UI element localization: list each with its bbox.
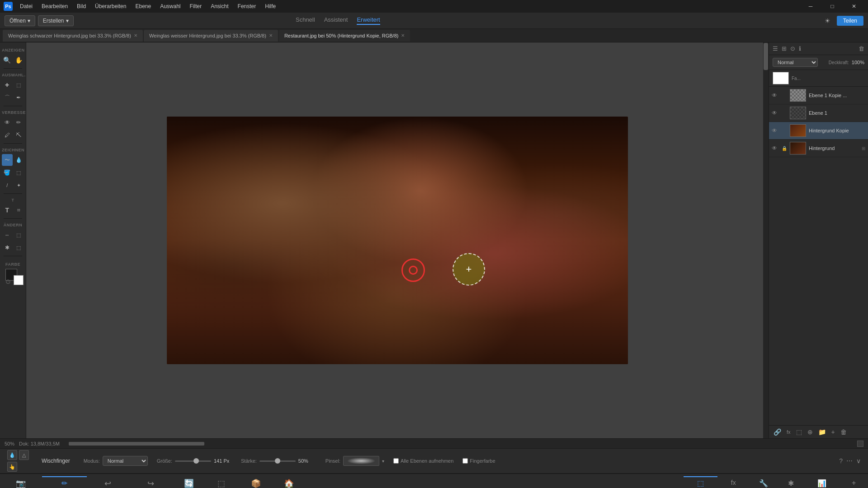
tab-weinglas-white[interactable]: Weinglas weisser Hintergrund.jpg bei 33.…	[144, 30, 278, 42]
layer-item-hintergrund[interactable]: 👁 🔒 Hintergrund ⊞	[769, 140, 868, 157]
history-icon[interactable]: ⊙	[789, 44, 796, 53]
nav-assistent[interactable]: Assistent	[324, 16, 348, 25]
tab-close-icon[interactable]: ✕	[269, 33, 273, 38]
menu-item-fenster[interactable]: Fenster	[234, 2, 260, 11]
eraser-tool[interactable]: 💧	[14, 154, 24, 166]
strength-slider[interactable]	[259, 460, 296, 462]
tab-restaurant[interactable]: Restaurant.jpg bei 50% (Hintergrund Kopi…	[279, 30, 410, 42]
bottom-nav-stile[interactable]: ✱ Stile	[778, 476, 804, 488]
bottom-nav-grafiken[interactable]: 📊 Grafiken	[804, 476, 840, 488]
menu-item-hilfe[interactable]: Hilfe	[261, 2, 279, 11]
tab-close-icon[interactable]: ✕	[401, 33, 405, 38]
layer-new-button[interactable]: +	[830, 427, 837, 436]
menu-item-bild[interactable]: Bild	[73, 2, 90, 11]
pinsel-chevron-icon[interactable]: ▾	[382, 459, 384, 464]
create-button[interactable]: Erstellen ▾	[38, 15, 74, 26]
line-tool[interactable]: /	[2, 179, 13, 191]
menu-item-ueberarbeiten[interactable]: Überarbeiten	[91, 2, 130, 11]
fill-tool[interactable]: 🪣	[2, 167, 13, 178]
background-color[interactable]	[14, 275, 24, 285]
tab-close-icon[interactable]: ✕	[134, 33, 137, 38]
reset-colors-icon[interactable]: ⊙	[5, 278, 11, 285]
menu-item-bearbeiten[interactable]: Bearbeiten	[38, 2, 71, 11]
pinsel-preview[interactable]	[343, 456, 379, 466]
size-slider[interactable]	[175, 460, 211, 462]
menu-item-filter[interactable]: Filter	[186, 2, 206, 11]
trash-top-icon[interactable]: 🗑	[858, 44, 865, 53]
bottom-nav-filter[interactable]: 🔧 Filter	[750, 476, 778, 488]
menu-item-ansicht[interactable]: Ansicht	[207, 2, 232, 11]
canvas-area[interactable]: +	[26, 42, 769, 438]
layer-delete-button[interactable]: 🗑	[839, 427, 849, 436]
info-icon[interactable]: ℹ	[798, 44, 802, 53]
nav-erweitert[interactable]: Erweitert	[357, 16, 380, 25]
bottom-nav-layout[interactable]: ⬚ Layout	[205, 476, 237, 488]
pencil-tool[interactable]: 〜	[2, 154, 13, 166]
vertical-scrollbar[interactable]	[763, 42, 769, 438]
bottom-nav-effekte[interactable]: fx Effekte	[717, 476, 750, 488]
eyedropper-tool[interactable]: ⌗	[14, 204, 24, 216]
help-button[interactable]: ?	[839, 457, 843, 465]
maximize-button[interactable]: □	[822, 0, 843, 13]
hand-tool[interactable]: ✋	[14, 54, 24, 66]
crop-tool[interactable]: ⬚	[14, 229, 24, 241]
layer-folder-button[interactable]: 📁	[816, 427, 828, 436]
layers-icon[interactable]: ☰	[772, 44, 779, 53]
more-options-button[interactable]: ⋯	[846, 457, 853, 465]
eye-tool[interactable]: 👁	[2, 117, 13, 128]
minimize-button[interactable]: ─	[800, 0, 821, 13]
transform-tool[interactable]: ↔	[2, 229, 13, 241]
type-tool[interactable]: T	[2, 204, 13, 216]
shape-tool[interactable]: ⬚	[14, 167, 24, 178]
bottom-nav-wz-optionen[interactable]: ✏ WZ-Optionen	[42, 476, 87, 488]
layer-visibility-icon[interactable]: 👁	[772, 127, 779, 134]
channels-icon[interactable]: ⊞	[781, 44, 788, 53]
finger-mode-btn1[interactable]: 💧	[7, 450, 17, 460]
bottom-nav-fotobereich[interactable]: 📷 Fotobereich	[0, 476, 42, 488]
modus-select[interactable]: Normal	[103, 456, 148, 466]
collapse-button[interactable]: ∨	[856, 457, 861, 465]
bottom-nav-ebenen[interactable]: ⬚ Ebenen	[684, 476, 717, 488]
blur-tool[interactable]: ✱	[2, 242, 13, 253]
close-button[interactable]: ✕	[844, 0, 864, 13]
open-button[interactable]: Öffnen ▾	[5, 15, 35, 26]
horizontal-scrollbar[interactable]	[69, 442, 848, 446]
menu-item-datei[interactable]: Datei	[16, 2, 36, 11]
layer-visibility-icon[interactable]: 👁	[772, 110, 779, 116]
share-button[interactable]: Teilen	[837, 16, 863, 26]
layer-link-button[interactable]: 🔗	[772, 427, 783, 436]
tab-weinglas-black[interactable]: Weinglas schwarzer Hintergrund.jpg bei 3…	[3, 30, 143, 42]
lasso-tool[interactable]: ⌒	[2, 92, 13, 103]
blend-mode-select[interactable]: Normal	[773, 58, 818, 67]
marquee-tool[interactable]: ⬚	[14, 79, 24, 91]
layer-adj-button[interactable]: ⊕	[806, 427, 815, 436]
fill-white-swatch[interactable]	[773, 72, 789, 84]
nav-schnell[interactable]: Schnell	[296, 16, 315, 25]
move-tool[interactable]: ✚	[2, 79, 13, 91]
menu-item-ebene[interactable]: Ebene	[132, 2, 155, 11]
layer-visibility-icon[interactable]: 👁	[772, 92, 779, 99]
bottom-nav-drehen[interactable]: 🔄 Drehen	[172, 476, 205, 488]
fingerfarbe-checkbox[interactable]	[462, 458, 468, 464]
bottom-nav-start[interactable]: 🏠 Start	[275, 476, 303, 488]
layer-item-hintergrund-kopie[interactable]: 👁 Hintergrund Kopie	[769, 122, 868, 140]
bottom-nav-wiederholen[interactable]: ↪ Wiederholen	[129, 476, 172, 488]
theme-toggle-button[interactable]: ☀	[822, 16, 833, 26]
layer-fx-button[interactable]: fx	[785, 428, 793, 436]
layer-item-ebene1-kopie[interactable]: 👁 Ebene 1 Kopie ...	[769, 87, 868, 104]
finger-mode-btn2[interactable]: △	[19, 450, 29, 460]
layer-visibility-icon[interactable]: 👁	[772, 145, 779, 151]
canvas-image[interactable]: +	[167, 117, 628, 364]
menu-item-auswahl[interactable]: Auswahl	[156, 2, 184, 11]
scrollbar-thumb[interactable]	[764, 43, 768, 70]
layer-item-ebene1[interactable]: 👁 Ebene 1	[769, 104, 868, 122]
all-layers-checkbox[interactable]	[393, 458, 399, 464]
h-scrollbar-thumb[interactable]	[69, 442, 204, 446]
bottom-nav-mehr[interactable]: + Mehr	[840, 476, 868, 488]
dodge-tool[interactable]: ⬚	[14, 242, 24, 253]
pen-tool[interactable]: ✒	[14, 92, 24, 103]
bottom-nav-rueckgaengig[interactable]: ↩ Rückgängig	[87, 476, 129, 488]
zoom-tool[interactable]: 🔍	[2, 54, 13, 66]
bottom-nav-organizer[interactable]: 📦 Organizer	[237, 476, 275, 488]
custom-shape-tool[interactable]: ✦	[14, 179, 24, 191]
